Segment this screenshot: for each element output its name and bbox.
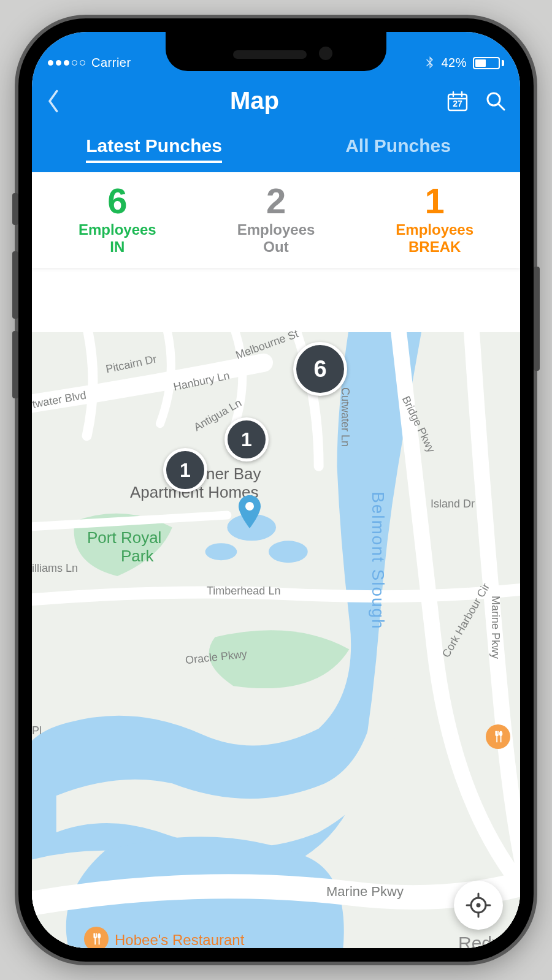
recenter-button[interactable] bbox=[454, 881, 503, 930]
stat-label: Out bbox=[197, 238, 356, 256]
svg-point-12 bbox=[477, 903, 481, 908]
side-button bbox=[12, 331, 18, 398]
status-left: Carrier bbox=[48, 56, 131, 70]
restaurant-poi-icon[interactable] bbox=[486, 724, 510, 749]
tab-label: Latest Punches bbox=[86, 135, 222, 163]
screen: Carrier 9:41 AM 42% Map bbox=[32, 32, 520, 948]
stat-count: 6 bbox=[38, 183, 197, 219]
map-view[interactable]: Melbourne St Pitcairn Dr Hanbury Ln Anti… bbox=[32, 332, 520, 948]
stat-employees-out[interactable]: 2 Employees Out bbox=[197, 183, 356, 256]
stat-label: Employees bbox=[355, 221, 514, 238]
crosshair-icon bbox=[466, 892, 491, 918]
stat-label: IN bbox=[38, 238, 197, 256]
tab-latest-punches[interactable]: Latest Punches bbox=[32, 124, 276, 172]
svg-point-9 bbox=[205, 543, 237, 560]
cluster-count: 1 bbox=[241, 428, 252, 451]
side-button bbox=[12, 251, 18, 319]
tab-label: All Punches bbox=[345, 135, 451, 156]
calendar-day: 27 bbox=[453, 99, 462, 108]
search-button[interactable] bbox=[485, 90, 507, 112]
map-canvas bbox=[32, 332, 520, 948]
nav-bar: Map 27 bbox=[32, 76, 520, 124]
map-cluster[interactable]: 6 bbox=[293, 342, 347, 396]
phone-frame: Carrier 9:41 AM 42% Map bbox=[18, 18, 534, 962]
stat-label: Employees bbox=[197, 221, 356, 238]
stat-count: 2 bbox=[197, 183, 356, 219]
cluster-count: 6 bbox=[313, 356, 326, 382]
notch bbox=[166, 32, 386, 71]
restaurant-poi-icon[interactable] bbox=[84, 927, 109, 948]
map-cluster[interactable]: 1 bbox=[163, 448, 207, 492]
svg-point-8 bbox=[269, 541, 308, 563]
svg-line-5 bbox=[499, 104, 504, 110]
calendar-button[interactable]: 27 bbox=[447, 90, 469, 112]
stat-label: Employees bbox=[38, 221, 197, 238]
stat-employees-in[interactable]: 6 Employees IN bbox=[38, 183, 197, 256]
side-button bbox=[534, 267, 540, 371]
bluetooth-icon bbox=[424, 56, 435, 70]
carrier-label: Carrier bbox=[91, 56, 131, 70]
battery-icon bbox=[473, 57, 504, 69]
status-right: 42% bbox=[424, 56, 504, 70]
page-title: Map bbox=[230, 87, 279, 115]
tab-all-punches[interactable]: All Punches bbox=[276, 124, 520, 172]
battery-percent: 42% bbox=[441, 56, 467, 70]
side-button bbox=[12, 193, 18, 225]
svg-point-10 bbox=[245, 502, 254, 511]
back-button[interactable] bbox=[45, 89, 63, 113]
cluster-count: 1 bbox=[180, 459, 191, 482]
signal-icon bbox=[48, 60, 85, 66]
stat-label: BREAK bbox=[355, 238, 514, 256]
stat-count: 1 bbox=[355, 183, 514, 219]
tab-row: Latest Punches All Punches bbox=[32, 124, 520, 172]
stats-bar: 6 Employees IN 2 Employees Out 1 Employe… bbox=[32, 172, 520, 268]
nav-actions: 27 bbox=[447, 90, 507, 112]
map-cluster[interactable]: 1 bbox=[224, 417, 269, 462]
location-pin-icon[interactable] bbox=[238, 495, 261, 528]
stat-employees-break[interactable]: 1 Employees BREAK bbox=[355, 183, 514, 256]
